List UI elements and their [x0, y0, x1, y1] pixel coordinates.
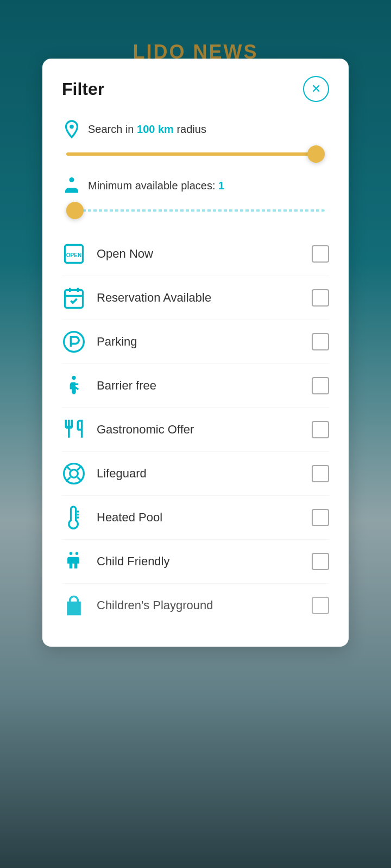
- wheelchair-icon: [62, 374, 86, 398]
- filter-item-barrier-free[interactable]: Barrier free: [62, 364, 329, 408]
- filter-label-gastronomic: Gastronomic Offer: [97, 423, 301, 437]
- location-icon: [62, 119, 81, 139]
- checkbox-playground[interactable]: [312, 597, 329, 614]
- radius-label: Search in 100 km radius: [88, 123, 206, 136]
- svg-text:OPEN: OPEN: [66, 252, 82, 258]
- svg-point-8: [64, 332, 84, 352]
- checkbox-reservation[interactable]: [312, 289, 329, 307]
- checkbox-lifeguard[interactable]: [312, 465, 329, 482]
- open-sign-icon: OPEN: [62, 242, 86, 266]
- svg-point-19: [70, 552, 73, 556]
- svg-rect-4: [65, 290, 83, 308]
- svg-point-20: [75, 552, 79, 556]
- fork-icon: [62, 418, 86, 442]
- radius-section: Search in 100 km radius: [62, 119, 329, 161]
- radius-value: 100 km: [137, 123, 174, 135]
- places-value: 1: [218, 180, 224, 192]
- filter-modal: Filter Search in 100 km radius: [42, 59, 349, 647]
- filter-item-open-now[interactable]: OPEN Open Now: [62, 232, 329, 276]
- close-button[interactable]: [303, 76, 329, 102]
- filter-label-child-friendly: Child Friendly: [97, 554, 301, 569]
- svg-point-0: [70, 125, 74, 129]
- filter-item-parking[interactable]: Parking: [62, 320, 329, 364]
- filter-label-open-now: Open Now: [97, 247, 301, 261]
- svg-point-11: [70, 470, 78, 478]
- radius-slider[interactable]: [62, 148, 329, 161]
- places-row: Minimum available places: 1: [62, 176, 329, 195]
- checkbox-gastronomic[interactable]: [312, 421, 329, 438]
- modal-header: Filter: [62, 76, 329, 102]
- checkbox-heated-pool[interactable]: [312, 509, 329, 526]
- checkbox-child-friendly[interactable]: [312, 553, 329, 570]
- filter-label-playground: Children's Playground: [97, 598, 301, 612]
- radius-row: Search in 100 km radius: [62, 119, 329, 139]
- filter-item-child-friendly[interactable]: Child Friendly: [62, 540, 329, 584]
- person-icon: [62, 176, 81, 195]
- filter-label-reservation: Reservation Available: [97, 291, 301, 305]
- checkbox-open-now[interactable]: [312, 245, 329, 263]
- slider-track-dashed: [66, 209, 325, 212]
- modal-title: Filter: [62, 79, 104, 99]
- places-section: Minimum available places: 1: [62, 176, 329, 217]
- slider-fill: [66, 152, 312, 156]
- places-label: Minimum available places: 1: [88, 180, 224, 192]
- filter-label-heated-pool: Heated Pool: [97, 510, 301, 525]
- filter-list: OPEN Open Now Reservation Available: [62, 232, 329, 627]
- filter-item-heated-pool[interactable]: Heated Pool: [62, 496, 329, 540]
- filter-item-gastronomic[interactable]: Gastronomic Offer: [62, 408, 329, 452]
- filter-label-barrier-free: Barrier free: [97, 379, 301, 393]
- checkbox-parking[interactable]: [312, 333, 329, 350]
- svg-point-1: [70, 177, 74, 182]
- filter-item-lifeguard[interactable]: Lifeguard: [62, 452, 329, 496]
- calendar-check-icon: [62, 286, 86, 310]
- child-icon: [62, 550, 86, 573]
- places-slider[interactable]: [62, 204, 329, 217]
- filter-label-parking: Parking: [97, 335, 301, 349]
- slider-thumb-places[interactable]: [66, 202, 84, 219]
- svg-point-9: [72, 376, 75, 380]
- filter-item-reservation[interactable]: Reservation Available: [62, 276, 329, 320]
- filter-item-playground[interactable]: Children's Playground: [62, 584, 329, 627]
- checkbox-barrier-free[interactable]: [312, 377, 329, 394]
- parking-icon: [62, 330, 86, 354]
- slider-thumb[interactable]: [307, 145, 325, 163]
- filter-label-lifeguard: Lifeguard: [97, 467, 301, 481]
- lifeguard-icon: [62, 462, 86, 486]
- playground-icon: [62, 593, 86, 617]
- thermometer-icon: [62, 506, 86, 529]
